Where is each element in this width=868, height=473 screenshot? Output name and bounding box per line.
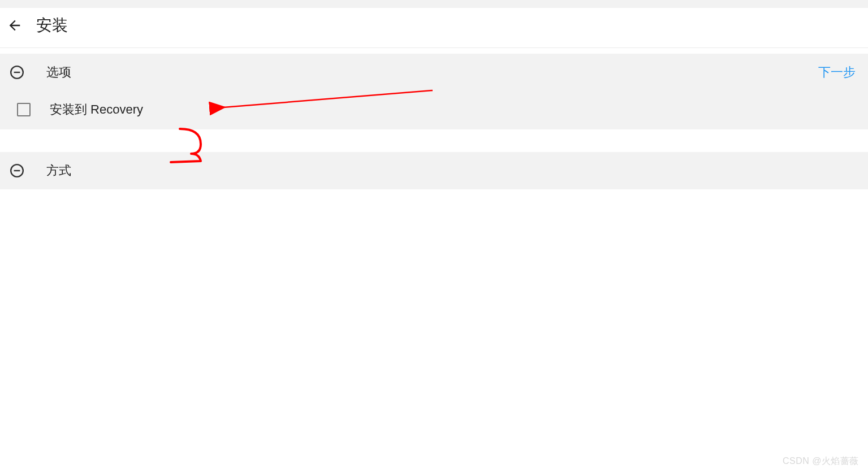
install-recovery-row[interactable]: 安装到 Recovery	[0, 91, 868, 129]
back-arrow-icon	[7, 18, 23, 33]
header: 安装	[0, 8, 868, 48]
section-mode-header[interactable]: 方式	[0, 152, 868, 189]
section-options: 选项 下一步 安装到 Recovery	[0, 54, 868, 129]
collapse-icon	[9, 64, 25, 80]
section-mode-title: 方式	[46, 162, 71, 179]
collapse-icon	[9, 163, 25, 179]
back-button[interactable]	[6, 16, 24, 34]
section-spacer	[0, 129, 868, 146]
page-title: 安装	[36, 15, 68, 36]
install-recovery-label: 安装到 Recovery	[50, 101, 143, 118]
status-bar	[0, 0, 868, 8]
next-button[interactable]: 下一步	[818, 64, 856, 81]
watermark: CSDN @火焰蔷薇	[783, 455, 859, 467]
install-recovery-checkbox[interactable]	[17, 103, 31, 116]
section-options-header[interactable]: 选项 下一步	[0, 54, 868, 91]
section-mode: 方式	[0, 152, 868, 189]
section-options-title: 选项	[46, 64, 71, 81]
